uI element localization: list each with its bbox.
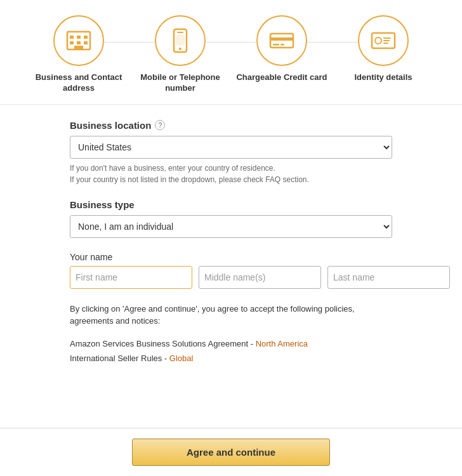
svg-rect-19 bbox=[383, 40, 390, 41]
business-location-help-icon[interactable]: ? bbox=[155, 120, 165, 130]
step-identity: Identity details bbox=[333, 15, 434, 83]
svg-rect-4 bbox=[70, 41, 74, 44]
svg-rect-15 bbox=[280, 44, 284, 46]
svg-rect-14 bbox=[273, 44, 279, 46]
steps-header: Business and Contact address Mobile or T… bbox=[0, 0, 462, 105]
svg-rect-7 bbox=[74, 46, 83, 50]
svg-rect-2 bbox=[77, 36, 81, 39]
step-mobile-telephone: Mobile or Telephone number bbox=[129, 15, 231, 94]
your-name-label: Your name bbox=[70, 252, 392, 262]
business-location-label: Business location ? bbox=[70, 120, 392, 131]
agree-continue-button[interactable]: Agree and continue bbox=[132, 439, 330, 466]
step-identity-label: Identity details bbox=[354, 72, 412, 83]
last-name-input[interactable] bbox=[327, 266, 450, 289]
north-america-link[interactable]: North America bbox=[256, 339, 308, 348]
business-location-hint: If you don't have a business, enter your… bbox=[70, 162, 392, 185]
svg-rect-3 bbox=[84, 36, 88, 39]
business-location-select[interactable]: United States Canada United Kingdom Aust… bbox=[70, 136, 392, 159]
svg-rect-5 bbox=[77, 41, 81, 44]
svg-rect-1 bbox=[70, 36, 74, 39]
phone-icon bbox=[155, 15, 206, 66]
svg-rect-11 bbox=[176, 35, 185, 45]
agreement-2: International Seller Rules - Global bbox=[70, 351, 392, 366]
main-form: Business location ? United States Canada… bbox=[0, 105, 462, 430]
business-type-label: Business type bbox=[70, 199, 392, 210]
svg-rect-18 bbox=[383, 37, 391, 39]
agreement-1: Amazon Services Business Solutions Agree… bbox=[70, 336, 392, 351]
svg-rect-13 bbox=[270, 37, 293, 41]
step-credit-card: Chargeable Credit card bbox=[231, 15, 333, 83]
step-business-contact-label: Business and Contact address bbox=[28, 72, 129, 94]
credit-card-icon bbox=[256, 15, 307, 66]
business-type-select[interactable]: None, I am an individual Privately-owned… bbox=[70, 215, 392, 238]
svg-rect-9 bbox=[177, 32, 183, 33]
policy-text: By clicking on 'Agree and continue', you… bbox=[70, 303, 392, 327]
building-icon bbox=[53, 15, 104, 66]
step-business-contact: Business and Contact address bbox=[28, 15, 129, 94]
global-link[interactable]: Global bbox=[169, 354, 194, 363]
business-location-section: Business location ? United States Canada… bbox=[70, 120, 392, 185]
svg-rect-6 bbox=[84, 41, 88, 44]
footer: Agree and continue bbox=[0, 428, 462, 476]
policy-links: Amazon Services Business Solutions Agree… bbox=[70, 336, 392, 366]
step-credit-card-label: Chargeable Credit card bbox=[236, 72, 327, 83]
name-fields bbox=[70, 266, 392, 289]
first-name-input[interactable] bbox=[70, 266, 192, 289]
middle-name-input[interactable] bbox=[199, 266, 321, 289]
your-name-section: Your name bbox=[70, 252, 392, 289]
svg-point-10 bbox=[179, 48, 182, 50]
step-mobile-telephone-label: Mobile or Telephone number bbox=[129, 72, 231, 94]
svg-rect-20 bbox=[383, 43, 388, 44]
identity-icon bbox=[358, 15, 409, 66]
svg-point-17 bbox=[375, 37, 381, 44]
business-type-section: Business type None, I am an individual P… bbox=[70, 199, 392, 238]
